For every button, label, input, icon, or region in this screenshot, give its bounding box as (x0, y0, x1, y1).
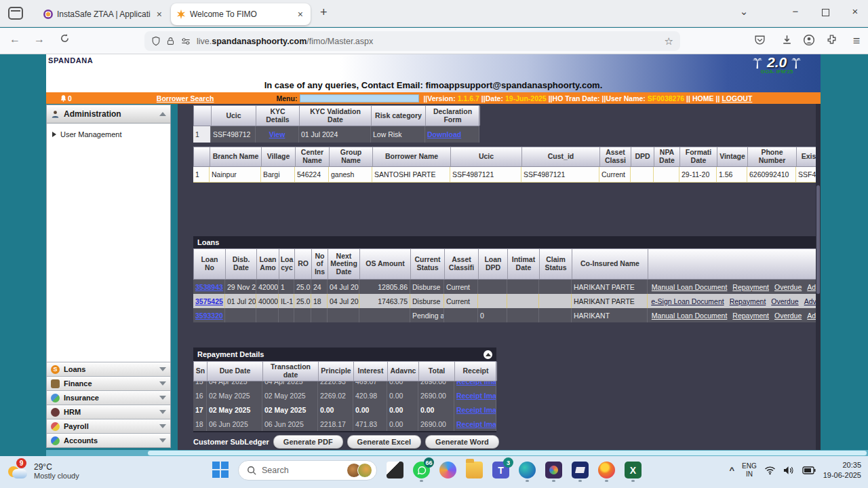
menu-input[interactable] (300, 94, 419, 102)
lock-icon[interactable] (166, 36, 175, 46)
weather-widget[interactable]: 9 29°C Mostly cloudy (7, 461, 79, 481)
extensions-puzzle-icon[interactable] (826, 34, 841, 48)
reload-button[interactable] (60, 33, 70, 43)
forward-button[interactable]: → (34, 33, 45, 45)
window-restore-button[interactable] (815, 5, 835, 17)
loan-number-link[interactable]: 3575425 (195, 297, 223, 305)
col-header: Village (262, 147, 296, 166)
logout-link[interactable]: LOGOUT (722, 94, 752, 102)
shield-icon[interactable] (151, 36, 161, 46)
loan-number-link[interactable]: 3538943 (195, 283, 223, 291)
sidebar-item-administration[interactable]: Administration (47, 105, 170, 124)
url-bar[interactable]: live.spandanasphoorty.com/fimo/Master.as… (144, 31, 680, 51)
notification-bell[interactable]: 0 (60, 94, 72, 102)
sidebar-item-finance[interactable]: Finance (47, 376, 170, 390)
overdue-link[interactable]: Overdue (774, 283, 802, 291)
hrm-icon (51, 408, 60, 417)
main-vertical-scrollbar[interactable] (816, 104, 821, 456)
edge-icon[interactable] (519, 462, 536, 478)
collapse-panel-button[interactable] (484, 350, 492, 359)
photos-app-icon[interactable] (545, 462, 562, 478)
new-tab-button[interactable]: + (320, 5, 328, 20)
expand-arrow-icon[interactable] (52, 132, 56, 137)
esign-loan-document-link[interactable]: e-Sign Loan Document (651, 297, 724, 305)
bookmark-star-icon[interactable]: ☆ (665, 35, 673, 48)
manual-loan-document-link[interactable]: Manual Loan Document (652, 283, 728, 291)
horizontal-scrollbar[interactable] (46, 450, 868, 456)
generate-word-button[interactable]: Generate Word (425, 435, 499, 449)
tab-fimo[interactable]: Welcome To FIMO × (171, 3, 311, 25)
scrollbar-thumb[interactable] (148, 451, 867, 455)
receipt-image-link[interactable]: Receipt Imag (456, 406, 496, 414)
permissions-icon[interactable] (180, 36, 191, 46)
file-explorer-icon[interactable] (466, 462, 483, 478)
repayment-link[interactable]: Repayment (730, 297, 766, 305)
col-header: Co-Insured Name (572, 249, 648, 279)
taskbar-search[interactable]: Search (238, 460, 377, 481)
back-button[interactable]: ← (9, 33, 20, 45)
firefox-view-icon[interactable] (8, 7, 23, 20)
repayment-row: 18 06 Jun 2025 06 Jun 2025 2218.17 471.8… (193, 417, 496, 431)
advance-link[interactable]: Ad (807, 283, 816, 291)
sidebar-item-hrm[interactable]: HRM (47, 405, 170, 419)
tab-close-icon[interactable]: × (296, 9, 305, 20)
borrower-search-link[interactable]: Borrower Search (157, 94, 214, 102)
borrower-table-header: Branch Name Village Center Name Group Na… (193, 147, 821, 167)
start-button[interactable] (212, 462, 229, 478)
kyc-view-link[interactable]: View (269, 130, 285, 138)
menu-hamburger-icon[interactable]: ≡ (849, 34, 864, 48)
window-close-button[interactable]: × (845, 5, 865, 17)
wifi-icon[interactable] (764, 466, 776, 475)
battery-icon[interactable] (802, 466, 816, 474)
receipt-image-link[interactable]: Receipt Imag (456, 392, 496, 400)
volume-icon[interactable] (783, 466, 795, 475)
advance-link[interactable]: Adv (804, 297, 816, 305)
clock[interactable]: 20:3519-06-2025 (823, 460, 861, 481)
list-tabs-chevron-icon[interactable]: ⌄ (734, 5, 754, 18)
repayment-table-body[interactable]: 15 04 Apr 2025 04 Apr 2025 2220.93 469.0… (193, 381, 496, 431)
sidebar-item-user-management[interactable]: User Management (52, 130, 165, 138)
receipt-image-link[interactable]: Receipt Imag (456, 381, 496, 386)
declaration-download-link[interactable]: Download (427, 130, 461, 138)
sidebar-item-accounts[interactable]: Accounts (47, 433, 170, 447)
whatsapp-icon[interactable]: 66 (413, 462, 430, 478)
repayment-link[interactable]: Repayment (732, 283, 769, 291)
cust-id: SSF4987121 (521, 167, 599, 183)
sidebar-item-insurance[interactable]: Insurance (47, 390, 170, 405)
overdue-link[interactable]: Overdue (771, 297, 798, 305)
site-header: SPANDANA In case of any queries, Contact… (46, 54, 821, 92)
copilot-icon[interactable] (439, 462, 456, 478)
excel-icon[interactable]: X (625, 462, 642, 478)
downloads-icon[interactable] (781, 34, 796, 48)
manual-loan-document-link[interactable]: Manual Loan Document (652, 312, 728, 320)
palm-tree-icon (752, 57, 763, 69)
tab-instasafe[interactable]: InstaSafe ZTAA | Application Ac × (38, 3, 170, 25)
sidebar-item-loans[interactable]: S Loans (47, 362, 170, 376)
account-icon[interactable] (803, 34, 818, 48)
firefox-icon[interactable] (598, 462, 615, 478)
phone-number: 6260992410 (747, 167, 796, 183)
home-link[interactable]: HOME (692, 94, 714, 102)
tray-chevron-icon[interactable]: ^ (729, 465, 734, 475)
generate-excel-button[interactable]: Generate Excel (347, 435, 422, 449)
task-view-icon[interactable] (387, 462, 403, 478)
repayment-link[interactable]: Repayment (732, 312, 769, 320)
window-minimize-button[interactable]: − (785, 5, 806, 17)
pocket-icon[interactable] (754, 34, 769, 48)
tab-close-icon[interactable]: × (155, 9, 164, 20)
col-header: Ucic (212, 106, 256, 126)
receipt-image-link[interactable]: Receipt Imag (456, 420, 496, 428)
language-indicator[interactable]: ENGIN (742, 462, 757, 478)
version-2-banner: 2.0 GOA- IFM'25 (752, 54, 802, 75)
advance-link[interactable]: Ad (807, 312, 816, 320)
col-header: Group Name (330, 147, 373, 166)
teams-icon[interactable]: T3 (492, 462, 509, 478)
col-header: NPA Date (654, 147, 680, 166)
scanner-app-icon[interactable] (572, 462, 589, 478)
generate-pdf-button[interactable]: Generate PDF (273, 435, 343, 449)
sidebar-item-payroll[interactable]: Payroll (47, 419, 170, 433)
collapse-arrow-icon[interactable] (159, 112, 166, 116)
scrollbar-thumb[interactable] (816, 185, 820, 294)
loan-number-link[interactable]: 3593320 (195, 312, 223, 320)
overdue-link[interactable]: Overdue (774, 312, 802, 320)
